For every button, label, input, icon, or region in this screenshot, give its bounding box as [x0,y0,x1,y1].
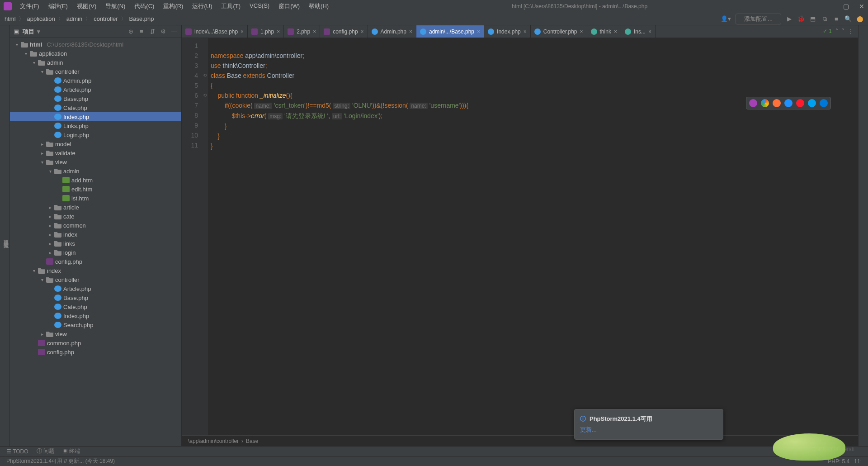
tree-row[interactable]: ▸ common [10,221,181,230]
run-config-dropdown[interactable]: 添加配置... [736,14,781,24]
tree-row[interactable]: ▾ application [10,49,181,58]
inspection-widget[interactable]: ✓ 1 ˄ ˅ ⋮ [823,28,854,34]
menu-item[interactable]: 工具(T) [217,1,244,12]
close-tab-icon[interactable]: × [580,29,583,35]
tree-row[interactable]: Links.php [10,121,181,130]
menu-item[interactable]: 导航(N) [102,1,129,12]
menu-item[interactable]: 重构(R) [160,1,187,12]
tree-row[interactable]: common.php [10,338,181,347]
tree-row[interactable]: Index.php [10,311,181,320]
editor-breadcrumb[interactable]: \app\admin\controller › Base [182,435,858,446]
left-tool-strip[interactable]: 项目 结构 收藏夹 [0,25,10,446]
edge-icon[interactable] [820,99,828,107]
project-title[interactable]: 项目 ▾ [23,28,123,36]
breadcrumb-item[interactable]: application [27,15,55,22]
menu-item[interactable]: 帮助(H) [305,1,332,12]
tree-row[interactable]: Login.php [10,130,181,139]
opera-icon[interactable] [796,99,804,107]
crumb-class[interactable]: Base [246,438,258,444]
chevron-up-icon[interactable]: ˄ [835,28,838,34]
todo-tool[interactable]: ☰ TODO [6,448,28,455]
menu-item[interactable]: 代码(C) [131,1,158,12]
close-tab-icon[interactable]: × [648,29,651,35]
menu-item[interactable]: 编辑(E) [45,1,71,12]
editor-tab[interactable]: Index.php× [484,25,531,38]
tree-root[interactable]: ▾ html C:\Users\86135\Desktop\html [10,40,181,49]
breadcrumb-item[interactable]: admin [66,15,82,22]
coverage-icon[interactable]: ⬒ [809,15,816,23]
expand-icon[interactable]: ≡ [138,28,145,35]
terminal-tool[interactable]: ▣ 终端 [62,447,80,455]
editor-tab[interactable]: Ins...× [621,25,656,38]
close-tab-icon[interactable]: × [409,29,412,35]
tree-row[interactable]: ▸ cate [10,212,181,221]
breadcrumb-item[interactable]: Base.php [129,15,154,22]
tree-row[interactable]: config.php [10,257,181,266]
tree-row[interactable]: Article.php [10,284,181,293]
locate-icon[interactable]: ⊕ [127,28,134,35]
hide-icon[interactable]: — [170,28,178,35]
tree-row[interactable]: ▸ index [10,230,181,239]
right-tool-strip[interactable] [858,25,868,446]
tree-row[interactable]: Article.php [10,85,181,94]
menu-item[interactable]: 视图(V) [73,1,100,12]
tree-row[interactable]: ▾ index [10,266,181,275]
close-tab-icon[interactable]: × [361,29,364,35]
tree-row[interactable]: ▸ view [10,329,181,338]
ie-icon[interactable] [808,99,816,107]
tree-row[interactable]: add.htm [10,176,181,185]
tree-row[interactable]: Admin.php [10,76,181,85]
tree-row[interactable]: ▸ validate [10,148,181,157]
tree-row[interactable]: Cate.php [10,103,181,112]
tree-row[interactable]: ▾ view [10,157,181,166]
tree-row[interactable]: Cate.php [10,302,181,311]
project-tree[interactable]: ▾ html C:\Users\86135\Desktop\html ▾ app… [10,38,181,446]
firefox-icon[interactable] [773,99,781,107]
menu-item[interactable]: VCS(S) [246,1,273,12]
profiler-icon[interactable]: ⧉ [821,15,828,23]
chevron-down-icon[interactable]: ˅ [842,28,844,34]
close-tab-icon[interactable]: × [313,29,316,35]
tree-row[interactable]: ▾ controller [10,275,181,284]
crumb-path[interactable]: \app\admin\controller [188,438,239,444]
run-icon[interactable]: ▶ [786,15,793,23]
collapse-icon[interactable]: ⇵ [149,28,156,35]
tree-row[interactable]: ▸ links [10,239,181,248]
maximize-icon[interactable]: ▢ [843,3,849,10]
editor-tab[interactable]: Controller.php× [531,25,587,38]
minimize-icon[interactable]: — [827,3,833,10]
editor-tab[interactable]: Admin.php× [368,25,416,38]
editor-tab[interactable]: config.php× [320,25,368,38]
menu-item[interactable]: 文件(F) [16,1,43,12]
close-tab-icon[interactable]: × [241,29,244,35]
search-icon[interactable]: 🔍 [844,15,852,23]
breadcrumb-item[interactable]: controller [94,15,118,22]
close-icon[interactable]: ✕ [859,3,864,10]
problems-tool[interactable]: ⓘ 问题 [37,447,54,455]
tree-row[interactable]: edit.htm [10,185,181,194]
tree-row[interactable]: lst.htm [10,194,181,203]
menu-item[interactable]: 运行(U) [189,1,216,12]
update-notification[interactable]: ⓘPhpStorm2021.1.4可用 更新... [574,409,723,440]
editor-tab[interactable]: 1.php× [248,25,284,38]
tree-row[interactable]: config.php [10,347,181,357]
status-message[interactable]: PhpStorm2021.1.4可用 // 更新... (今天 18:49) [6,457,115,465]
phpstorm-icon[interactable] [749,99,757,107]
close-tab-icon[interactable]: × [477,29,480,35]
safari-icon[interactable] [784,99,793,107]
breadcrumb-item[interactable]: html [5,15,16,22]
debug-icon[interactable]: 🐞 [797,15,805,23]
tree-row[interactable]: ▸ login [10,248,181,257]
update-link[interactable]: 更新... [580,426,717,434]
tree-row[interactable]: ▸ model [10,139,181,148]
editor-tab[interactable]: index\...\Base.php× [182,25,248,38]
tree-row[interactable]: Index.php [10,112,181,121]
tree-row[interactable]: ▾ admin [10,166,181,176]
user-icon[interactable]: 👤▾ [721,15,731,22]
tree-row[interactable]: ▸ article [10,203,181,212]
close-tab-icon[interactable]: × [277,29,280,35]
tree-row[interactable]: ▾ admin [10,58,181,67]
gear-icon[interactable]: ⚙ [160,28,167,35]
editor-tab[interactable]: admin\...\Base.php× [416,25,484,38]
chrome-icon[interactable] [761,99,769,107]
